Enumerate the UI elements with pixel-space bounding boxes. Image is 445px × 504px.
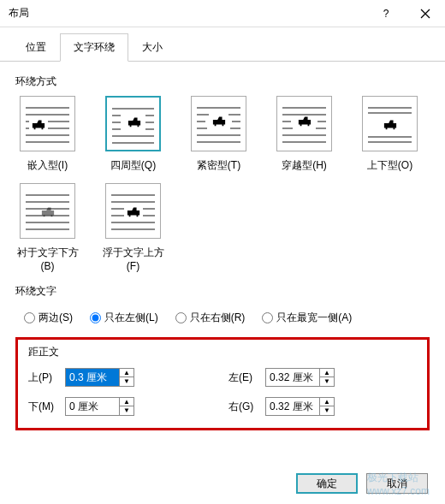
- tab-wrap[interactable]: 文字环绕: [60, 33, 128, 62]
- dist-right-label: 右(G): [228, 400, 258, 414]
- dist-left-up[interactable]: ▲: [320, 369, 334, 377]
- wrap-behind[interactable]: [20, 183, 75, 239]
- dist-top-up[interactable]: ▲: [120, 369, 134, 377]
- dist-bottom-down[interactable]: ▼: [120, 406, 134, 415]
- close-button[interactable]: [406, 0, 445, 27]
- dist-top-down[interactable]: ▼: [120, 377, 134, 386]
- radio-left[interactable]: 只在左侧(L): [90, 311, 158, 325]
- dist-top-input[interactable]: [65, 368, 120, 387]
- dist-right-input[interactable]: [265, 397, 320, 416]
- wrap-inline[interactable]: [20, 96, 75, 151]
- dist-bottom-label: 下(M): [28, 400, 58, 414]
- wrap-through[interactable]: [276, 96, 332, 151]
- wrap-front-label: 浮于文字上方(F): [103, 246, 164, 272]
- radio-widest[interactable]: 只在最宽一侧(A): [262, 311, 352, 325]
- wrap-options: 嵌入型(I) 四周型(Q) 紧密型(T) 穿越型(H): [15, 96, 430, 272]
- window-title: 布局: [9, 6, 29, 21]
- wrap-front[interactable]: [105, 183, 161, 239]
- dist-left-input[interactable]: [265, 368, 320, 387]
- wrap-text-radios: 两边(S) 只在左侧(L) 只在右侧(R) 只在最宽一侧(A): [15, 305, 430, 334]
- wrap-topbottom-label: 上下型(O): [367, 159, 412, 171]
- tab-size[interactable]: 大小: [128, 33, 176, 62]
- tab-list: 位置 文字环绕 大小: [0, 33, 445, 62]
- footer-buttons: 确定 取消: [296, 473, 428, 494]
- dist-left-label: 左(E): [228, 371, 258, 385]
- group-wrap-style: 环绕方式: [15, 74, 430, 89]
- wrap-inline-label: 嵌入型(I): [27, 159, 68, 171]
- wrap-tight[interactable]: [191, 96, 246, 151]
- group-distance-label: 距正文: [28, 345, 417, 359]
- wrap-tight-label: 紧密型(T): [197, 159, 240, 171]
- dist-right-down[interactable]: ▼: [320, 406, 334, 415]
- dist-bottom-up[interactable]: ▲: [120, 398, 134, 406]
- distance-group: 距正文 上(P) ▲▼ 下(M) ▲▼: [15, 337, 430, 430]
- wrap-square-label: 四周型(Q): [110, 159, 156, 171]
- dist-right-up[interactable]: ▲: [320, 398, 334, 406]
- dist-left-down[interactable]: ▼: [320, 377, 334, 386]
- cancel-button[interactable]: 取消: [366, 473, 428, 494]
- radio-both[interactable]: 两边(S): [24, 311, 73, 325]
- ok-button[interactable]: 确定: [296, 473, 358, 494]
- tab-position[interactable]: 位置: [12, 33, 60, 62]
- title-bar: 布局 ?: [0, 0, 445, 27]
- wrap-topbottom[interactable]: [362, 96, 418, 151]
- radio-right[interactable]: 只在右侧(R): [175, 311, 246, 325]
- dist-bottom-input[interactable]: [65, 397, 120, 416]
- group-wrap-text: 环绕文字: [15, 284, 430, 299]
- wrap-behind-label: 衬于文字下方(B): [17, 246, 79, 272]
- wrap-square[interactable]: [105, 96, 161, 151]
- wrap-through-label: 穿越型(H): [282, 159, 327, 171]
- dist-top-label: 上(P): [28, 371, 58, 385]
- help-button[interactable]: ?: [366, 0, 406, 27]
